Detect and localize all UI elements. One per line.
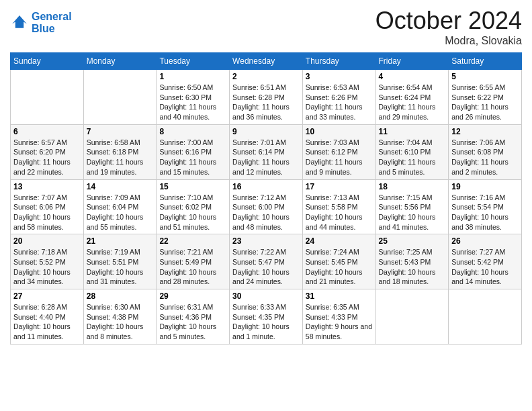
day-info: Sunrise: 7:25 AM Sunset: 5:43 PM Dayligh…	[379, 247, 446, 287]
day-number: 26	[451, 236, 519, 246]
col-header-sunday: Sunday	[11, 53, 84, 70]
logo-general: General	[32, 11, 72, 22]
day-info: Sunrise: 7:04 AM Sunset: 6:10 PM Dayligh…	[379, 138, 446, 177]
day-info: Sunrise: 7:18 AM Sunset: 5:52 PM Dayligh…	[13, 247, 81, 287]
day-info: Sunrise: 7:12 AM Sunset: 6:00 PM Dayligh…	[232, 193, 300, 232]
day-info: Sunrise: 6:33 AM Sunset: 4:35 PM Dayligh…	[232, 302, 300, 342]
calendar-cell: 10Sunrise: 7:03 AM Sunset: 6:12 PM Dayli…	[302, 124, 375, 179]
day-number: 3	[306, 72, 373, 81]
calendar-cell: 9Sunrise: 7:01 AM Sunset: 6:14 PM Daylig…	[230, 124, 303, 179]
day-info: Sunrise: 6:35 AM Sunset: 4:33 PM Dayligh…	[306, 302, 373, 342]
logo: General Blue	[10, 11, 72, 34]
calendar-cell: 8Sunrise: 7:00 AM Sunset: 6:16 PM Daylig…	[157, 124, 230, 179]
calendar-cell: 2Sunrise: 6:51 AM Sunset: 6:28 PM Daylig…	[230, 70, 303, 125]
day-info: Sunrise: 7:03 AM Sunset: 6:12 PM Dayligh…	[306, 138, 373, 177]
day-number: 1	[159, 72, 226, 81]
day-number: 16	[232, 182, 300, 191]
calendar-cell: 16Sunrise: 7:12 AM Sunset: 6:00 PM Dayli…	[230, 179, 303, 234]
calendar-cell: 14Sunrise: 7:09 AM Sunset: 6:04 PM Dayli…	[83, 179, 157, 234]
calendar-cell	[449, 289, 522, 345]
location: Modra, Slovakia	[375, 35, 522, 47]
day-number: 20	[13, 236, 81, 246]
calendar-week-3: 13Sunrise: 7:07 AM Sunset: 6:06 PM Dayli…	[11, 179, 522, 234]
calendar-cell: 15Sunrise: 7:10 AM Sunset: 6:02 PM Dayli…	[157, 179, 230, 234]
calendar-cell: 1Sunrise: 6:50 AM Sunset: 6:30 PM Daylig…	[157, 70, 230, 125]
day-info: Sunrise: 6:28 AM Sunset: 4:40 PM Dayligh…	[13, 302, 81, 342]
day-number: 15	[159, 182, 226, 191]
col-header-monday: Monday	[83, 53, 157, 70]
col-header-thursday: Thursday	[302, 53, 375, 70]
day-info: Sunrise: 7:09 AM Sunset: 6:04 PM Dayligh…	[87, 193, 154, 232]
calendar-table: SundayMondayTuesdayWednesdayThursdayFrid…	[10, 52, 522, 345]
col-header-wednesday: Wednesday	[230, 53, 303, 70]
calendar-cell: 4Sunrise: 6:54 AM Sunset: 6:24 PM Daylig…	[375, 70, 449, 125]
calendar-cell: 23Sunrise: 7:22 AM Sunset: 5:47 PM Dayli…	[230, 234, 303, 289]
calendar-cell: 17Sunrise: 7:13 AM Sunset: 5:58 PM Dayli…	[302, 179, 375, 234]
calendar-cell: 26Sunrise: 7:27 AM Sunset: 5:42 PM Dayli…	[449, 234, 522, 289]
calendar-cell: 30Sunrise: 6:33 AM Sunset: 4:35 PM Dayli…	[230, 289, 303, 345]
calendar-cell: 11Sunrise: 7:04 AM Sunset: 6:10 PM Dayli…	[375, 124, 449, 179]
title-block: October 2024 Modra, Slovakia	[375, 7, 522, 47]
day-info: Sunrise: 6:30 AM Sunset: 4:38 PM Dayligh…	[87, 302, 154, 342]
calendar-cell: 21Sunrise: 7:19 AM Sunset: 5:51 PM Dayli…	[83, 234, 157, 289]
day-info: Sunrise: 7:07 AM Sunset: 6:06 PM Dayligh…	[13, 193, 81, 232]
day-number: 8	[159, 127, 226, 136]
day-number: 30	[232, 291, 300, 301]
calendar-week-1: 1Sunrise: 6:50 AM Sunset: 6:30 PM Daylig…	[11, 70, 522, 125]
calendar-cell	[11, 70, 84, 125]
header: General Blue October 2024 Modra, Slovaki…	[10, 7, 522, 47]
day-number: 18	[379, 182, 446, 191]
day-info: Sunrise: 6:54 AM Sunset: 6:24 PM Dayligh…	[379, 83, 446, 122]
calendar-cell: 24Sunrise: 7:24 AM Sunset: 5:45 PM Dayli…	[302, 234, 375, 289]
page: General Blue October 2024 Modra, Slovaki…	[0, 0, 532, 411]
day-number: 17	[306, 182, 373, 191]
calendar-cell: 19Sunrise: 7:16 AM Sunset: 5:54 PM Dayli…	[449, 179, 522, 234]
logo-text: General Blue	[32, 11, 72, 34]
calendar-cell: 27Sunrise: 6:28 AM Sunset: 4:40 PM Dayli…	[11, 289, 84, 345]
col-header-friday: Friday	[375, 53, 449, 70]
day-number: 28	[87, 291, 154, 301]
calendar-week-5: 27Sunrise: 6:28 AM Sunset: 4:40 PM Dayli…	[11, 289, 522, 345]
logo-blue: Blue	[32, 23, 55, 34]
day-number: 13	[13, 182, 81, 191]
logo-icon	[10, 13, 29, 32]
calendar-cell: 31Sunrise: 6:35 AM Sunset: 4:33 PM Dayli…	[302, 289, 375, 345]
day-number: 11	[379, 127, 446, 136]
calendar-cell: 12Sunrise: 7:06 AM Sunset: 6:08 PM Dayli…	[449, 124, 522, 179]
day-info: Sunrise: 7:22 AM Sunset: 5:47 PM Dayligh…	[232, 247, 300, 287]
calendar-cell: 7Sunrise: 6:58 AM Sunset: 6:18 PM Daylig…	[83, 124, 157, 179]
day-info: Sunrise: 7:13 AM Sunset: 5:58 PM Dayligh…	[306, 193, 373, 232]
calendar-cell	[83, 70, 157, 125]
col-header-saturday: Saturday	[449, 53, 522, 70]
day-info: Sunrise: 6:31 AM Sunset: 4:36 PM Dayligh…	[159, 302, 226, 342]
col-header-tuesday: Tuesday	[157, 53, 230, 70]
day-info: Sunrise: 7:21 AM Sunset: 5:49 PM Dayligh…	[159, 247, 226, 287]
day-number: 10	[306, 127, 373, 136]
day-number: 25	[379, 236, 446, 246]
calendar-cell: 3Sunrise: 6:53 AM Sunset: 6:26 PM Daylig…	[302, 70, 375, 125]
day-number: 4	[379, 72, 446, 81]
day-info: Sunrise: 7:06 AM Sunset: 6:08 PM Dayligh…	[451, 138, 519, 177]
day-info: Sunrise: 6:53 AM Sunset: 6:26 PM Dayligh…	[306, 83, 373, 122]
day-number: 23	[232, 236, 300, 246]
calendar-week-2: 6Sunrise: 6:57 AM Sunset: 6:20 PM Daylig…	[11, 124, 522, 179]
calendar-cell: 6Sunrise: 6:57 AM Sunset: 6:20 PM Daylig…	[11, 124, 84, 179]
day-info: Sunrise: 7:00 AM Sunset: 6:16 PM Dayligh…	[159, 138, 226, 177]
day-number: 5	[451, 72, 519, 81]
day-number: 19	[451, 182, 519, 191]
calendar-cell	[375, 289, 449, 345]
day-info: Sunrise: 7:10 AM Sunset: 6:02 PM Dayligh…	[159, 193, 226, 232]
month-title: October 2024	[375, 7, 522, 35]
day-info: Sunrise: 7:16 AM Sunset: 5:54 PM Dayligh…	[451, 193, 519, 232]
calendar-cell: 25Sunrise: 7:25 AM Sunset: 5:43 PM Dayli…	[375, 234, 449, 289]
day-info: Sunrise: 7:24 AM Sunset: 5:45 PM Dayligh…	[306, 247, 373, 287]
day-info: Sunrise: 6:58 AM Sunset: 6:18 PM Dayligh…	[87, 138, 154, 177]
day-number: 24	[306, 236, 373, 246]
day-info: Sunrise: 7:27 AM Sunset: 5:42 PM Dayligh…	[451, 247, 519, 287]
calendar-cell: 13Sunrise: 7:07 AM Sunset: 6:06 PM Dayli…	[11, 179, 84, 234]
day-number: 14	[87, 182, 154, 191]
day-info: Sunrise: 6:51 AM Sunset: 6:28 PM Dayligh…	[232, 83, 300, 122]
day-number: 22	[159, 236, 226, 246]
calendar-cell: 5Sunrise: 6:55 AM Sunset: 6:22 PM Daylig…	[449, 70, 522, 125]
day-number: 2	[232, 72, 300, 81]
